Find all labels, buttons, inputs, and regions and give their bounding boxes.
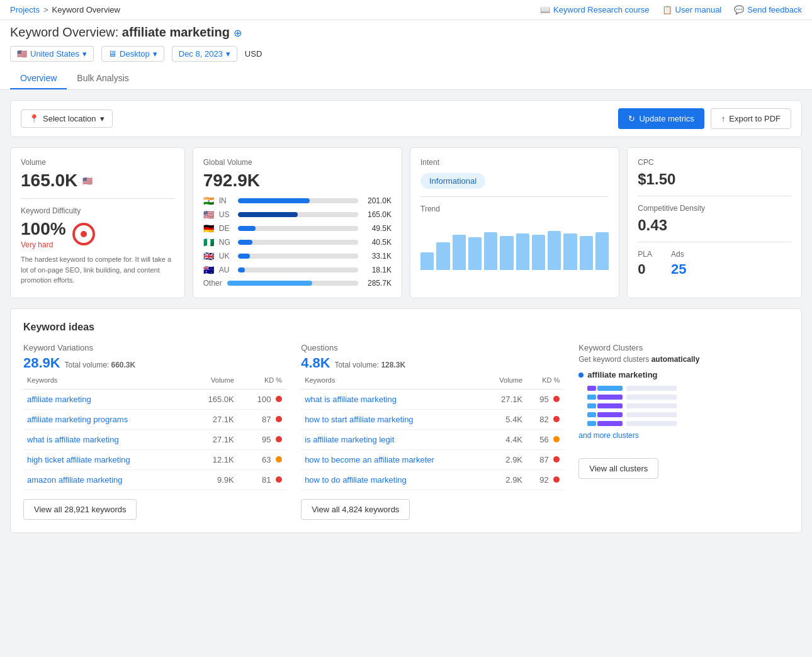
- trend-bar-11: [580, 236, 593, 270]
- kd-dot-3: [276, 436, 282, 442]
- trend-bar-6: [500, 236, 513, 270]
- kd-dot-2: [276, 416, 282, 422]
- cluster-bars-4: [587, 412, 623, 417]
- country-row-de: 🇩🇪 DE 49.5K: [203, 223, 392, 233]
- kd-row: 100% Very hard: [21, 219, 174, 249]
- kd-3: 95: [238, 430, 286, 450]
- kd-description: The hardest keyword to compete for. It w…: [21, 254, 174, 286]
- top-bar: Projects > Keyword Overview 📖 Keyword Re…: [0, 0, 812, 20]
- cluster-bars-1: [587, 386, 623, 391]
- trend-bar-3: [453, 235, 466, 270]
- flag-in: 🇮🇳: [203, 196, 214, 206]
- feedback-link[interactable]: 💬 Send feedback: [734, 5, 802, 14]
- code-uk: UK: [219, 252, 233, 261]
- code-in: IN: [219, 196, 233, 205]
- bar-other: [227, 281, 358, 286]
- flag-au: 🇦🇺: [203, 265, 214, 275]
- table-row: affiliate marketing 165.0K 100: [23, 390, 286, 410]
- ads-row: PLA 0 Ads 25: [638, 250, 791, 278]
- q-kd-dot-1: [553, 396, 560, 402]
- breadcrumb: Projects > Keyword Overview: [10, 5, 120, 14]
- view-all-clusters-button[interactable]: View all clusters: [578, 458, 658, 479]
- and-more-clusters-link[interactable]: and more clusters: [578, 431, 789, 440]
- bar-purple-2: [597, 395, 623, 400]
- course-link[interactable]: 📖 Keyword Research course: [540, 5, 649, 14]
- questions-title: Questions: [301, 343, 563, 352]
- tab-overview[interactable]: Overview: [10, 68, 67, 89]
- breadcrumb-separator: >: [43, 5, 48, 14]
- q-kw-link-1[interactable]: what is affiliate marketing: [305, 395, 397, 404]
- trend-bar-8: [532, 235, 545, 270]
- location-select-btn[interactable]: 📍 Select location ▾: [21, 110, 113, 128]
- view-all-variations-button[interactable]: View all 28,921 keywords: [23, 499, 137, 520]
- bar-blue-2a: [587, 395, 596, 400]
- q-kd-4: 87: [526, 450, 563, 470]
- country-row-au: 🇦🇺 AU 18.1K: [203, 265, 392, 275]
- q-kd-dot-3: [553, 436, 560, 442]
- table-row: amazon affiliate marketing 9.9K 81: [23, 470, 286, 490]
- q-kd-dot-2: [553, 416, 560, 422]
- volume-value: 165.0K: [21, 171, 77, 191]
- view-all-questions-button[interactable]: View all 4,824 keywords: [301, 499, 410, 520]
- update-metrics-button[interactable]: ↻ Update metrics: [618, 108, 704, 129]
- kw-link-3[interactable]: what is affiliate marketing: [27, 435, 119, 444]
- flag-uk: 🇬🇧: [203, 251, 214, 261]
- filter-bar: 🇺🇸 United States ▾ 🖥 Desktop ▾ Dec 8, 20…: [10, 46, 802, 62]
- trend-bar-2: [436, 242, 449, 270]
- breadcrumb-projects[interactable]: Projects: [10, 5, 40, 14]
- trend-bar-12: [595, 232, 609, 270]
- col-keywords-header: Keywords: [23, 374, 188, 390]
- q-kd-3: 56: [526, 430, 563, 450]
- bar-in: [238, 198, 358, 203]
- bar-au: [238, 267, 358, 272]
- country-row-uk: 🇬🇧 UK 33.1K: [203, 251, 392, 261]
- vol-uk: 33.1K: [363, 252, 392, 261]
- cluster-dot: [578, 373, 584, 378]
- add-keyword-icon[interactable]: ⊕: [234, 28, 242, 38]
- country-filter[interactable]: 🇺🇸 United States ▾: [10, 46, 94, 62]
- desktop-icon: 🖥: [108, 49, 116, 59]
- breadcrumb-current: Keyword Overview: [52, 5, 120, 14]
- vol-in: 201.0K: [363, 196, 392, 205]
- manual-link[interactable]: 📋 User manual: [662, 5, 722, 14]
- code-ng: NG: [219, 238, 233, 247]
- global-volume-card: Global Volume 792.9K 🇮🇳 IN 201.0K 🇺🇸 US …: [193, 147, 402, 298]
- feedback-icon: 💬: [734, 5, 744, 14]
- global-volume-value: 792.9K: [203, 171, 392, 191]
- q-kw-link-3[interactable]: is affiliate marketing legit: [305, 435, 394, 444]
- trend-bar-1: [420, 252, 434, 270]
- tab-bar: Overview Bulk Analysis: [10, 68, 802, 89]
- flag-ng: 🇳🇬: [203, 237, 214, 247]
- tab-bulk-analysis[interactable]: Bulk Analysis: [67, 68, 138, 89]
- kw-link-2[interactable]: affiliate marketing programs: [27, 415, 128, 424]
- kd-difficulty-label: Very hard: [21, 240, 66, 249]
- q-col-volume-header: Volume: [485, 374, 526, 390]
- q-kw-link-4[interactable]: how to become an affiliate marketer: [305, 455, 434, 464]
- kd-inner-dot: [81, 231, 87, 237]
- kw-link-4[interactable]: high ticket affiliate marketing: [27, 455, 130, 464]
- device-filter[interactable]: 🖥 Desktop ▾: [101, 46, 164, 62]
- cpc-label: CPC: [638, 158, 791, 167]
- other-row: Other 285.7K: [203, 279, 392, 288]
- bar-blue-5a: [587, 421, 596, 426]
- cluster-text-2: [626, 395, 677, 400]
- flag-us: 🇺🇸: [203, 210, 214, 220]
- date-filter[interactable]: Dec 8, 2023 ▾: [172, 46, 237, 62]
- variations-count: 28.9K: [23, 355, 60, 371]
- export-pdf-button[interactable]: ↑ Export to PDF: [711, 108, 791, 129]
- flag-icon: 🇺🇸: [17, 49, 27, 59]
- pla-label: PLA: [638, 250, 652, 259]
- code-de: DE: [219, 224, 233, 233]
- code-us: US: [219, 210, 233, 219]
- chevron-down-icon: ▾: [100, 114, 104, 123]
- keyword-ideas-title: Keyword ideas: [23, 322, 789, 333]
- bar-blue-3a: [587, 403, 596, 408]
- manual-icon: 📋: [662, 5, 672, 14]
- kw-link-5[interactable]: amazon affiliate marketing: [27, 475, 123, 485]
- cluster-text-4: [626, 412, 677, 417]
- q-kw-link-2[interactable]: how to start affiliate marketing: [305, 415, 413, 424]
- ads-label: Ads: [671, 250, 686, 259]
- q-kw-link-5[interactable]: how to do affiliate marketing: [305, 475, 407, 485]
- trend-bar-4: [468, 237, 482, 270]
- kw-link-1[interactable]: affiliate marketing: [27, 395, 91, 404]
